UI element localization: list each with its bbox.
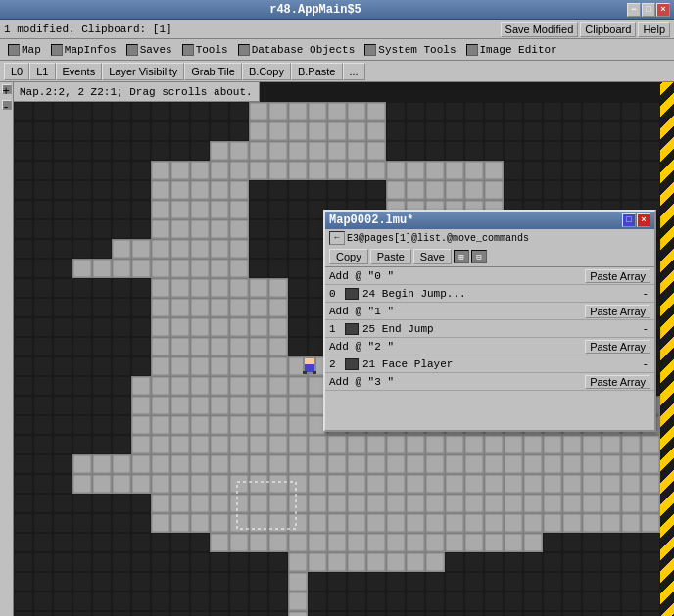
- tools-menu-icon: [182, 44, 194, 56]
- map-menu-icon: [8, 44, 20, 56]
- saves-menu-icon: [126, 44, 138, 56]
- paste-array-btn-1[interactable]: Paste Array: [585, 305, 650, 318]
- copy-button[interactable]: Copy: [329, 249, 368, 264]
- help-button[interactable]: Help: [638, 22, 670, 37]
- layer0-button[interactable]: L0: [4, 63, 29, 80]
- more-button[interactable]: ...: [343, 63, 365, 80]
- data-row-0: 0 24 Begin Jump... -: [325, 285, 654, 303]
- svg-rect-10: [72, 102, 151, 141]
- database-objects-menu-icon: [238, 44, 250, 56]
- add-label-1: Add @ "1 ": [329, 306, 585, 317]
- dialog-path-bar: ← E3@pages[1]@list.@move_commands: [325, 229, 654, 247]
- svg-rect-33: [151, 219, 210, 278]
- menu-system-tools[interactable]: System Tools: [361, 43, 459, 57]
- paste-button[interactable]: Paste: [370, 249, 411, 264]
- app-title: r48.AppMain$5: [4, 3, 627, 17]
- svg-rect-16: [72, 278, 151, 376]
- data-row-2: 2 21 Face Player -: [325, 355, 654, 373]
- row-label-0: 24 Begin Jump...: [361, 288, 640, 300]
- menu-image-editor[interactable]: Image Editor: [462, 43, 561, 57]
- row-color-1: [345, 323, 359, 335]
- add-row-1: Add @ "1 " Paste Array: [325, 303, 654, 320]
- row-dash-0: -: [640, 288, 650, 300]
- image-editor-menu-icon: [466, 44, 478, 56]
- paste-array-btn-3[interactable]: Paste Array: [585, 375, 650, 389]
- svg-rect-22: [14, 454, 72, 616]
- grid-icon[interactable]: ⊞: [454, 250, 469, 263]
- row-index-0: 0: [329, 288, 345, 300]
- row-label-1: 25 End Jump: [361, 323, 640, 335]
- toolbar: L0 L1 Events Layer Visibility Grab Tile …: [0, 61, 674, 82]
- menu-map[interactable]: Map: [4, 43, 45, 57]
- grab-tile-button[interactable]: Grab Tile: [184, 63, 242, 80]
- svg-rect-24: [112, 533, 210, 616]
- dialog-window: Map0002.lmu* □ × ← E3@pages[1]@list.@mov…: [323, 210, 656, 432]
- settings-icon[interactable]: ⊟: [471, 250, 487, 263]
- menu-database-objects[interactable]: Database Objects: [234, 43, 360, 57]
- dialog-path-text: E3@pages[1]@list.@move_commands: [347, 233, 529, 244]
- save-modified-button[interactable]: Save Modified: [501, 22, 579, 37]
- svg-rect-18: [386, 102, 660, 161]
- menu-tools[interactable]: Tools: [178, 43, 232, 57]
- dialog-bottom-space: [325, 391, 654, 430]
- mapinfos-menu-icon: [51, 44, 63, 56]
- status-text: 1 modified. Clipboard: [1]: [4, 24, 172, 35]
- row-color-2: [345, 358, 359, 370]
- svg-rect-35: [305, 358, 314, 364]
- events-button[interactable]: Events: [56, 63, 103, 80]
- svg-rect-32: [151, 161, 249, 219]
- menu-saves[interactable]: Saves: [122, 43, 176, 57]
- add-row-2: Add @ "2 " Paste Array: [325, 338, 654, 355]
- row-index-2: 2: [329, 358, 345, 370]
- svg-rect-27: [445, 552, 543, 616]
- dialog-title-text: Map0002.lmu*: [329, 213, 622, 227]
- minimize-button[interactable]: −: [627, 3, 641, 17]
- menu-mapinfos[interactable]: MapInfos: [47, 43, 120, 57]
- paste-array-btn-0[interactable]: Paste Array: [585, 269, 650, 283]
- coord-bar: Map.2:2, 2 Z2:1; Drag scrolls about.: [14, 82, 260, 102]
- system-tools-menu-icon: [364, 44, 376, 56]
- title-bar: r48.AppMain$5 − □ ×: [0, 0, 674, 20]
- close-button[interactable]: ×: [656, 3, 670, 17]
- bpaste-button[interactable]: B.Paste: [291, 63, 343, 80]
- left-panel: + -: [0, 82, 14, 616]
- coord-text: Map.2:2, 2 Z2:1; Drag scrolls about.: [20, 86, 253, 98]
- row-color-0: [345, 288, 359, 300]
- maximize-button[interactable]: □: [642, 3, 655, 17]
- clipboard-button[interactable]: Clipboard: [580, 22, 636, 37]
- dialog-toolbar: Copy Paste Save ⊞ ⊟: [325, 247, 654, 267]
- paste-array-btn-2[interactable]: Paste Array: [585, 340, 650, 354]
- dialog-save-button[interactable]: Save: [413, 249, 452, 264]
- dialog-close-button[interactable]: ×: [637, 213, 650, 227]
- svg-rect-36: [305, 364, 314, 372]
- bcopy-button[interactable]: B.Copy: [242, 63, 291, 80]
- left-tool-icon2[interactable]: -: [2, 100, 12, 110]
- svg-rect-38: [313, 371, 316, 374]
- data-row-1: 1 25 End Jump -: [325, 320, 654, 338]
- layer1-button[interactable]: L1: [29, 63, 55, 80]
- layer-visibility-button[interactable]: Layer Visibility: [102, 63, 184, 80]
- dialog-minimize-button[interactable]: □: [622, 213, 636, 227]
- add-row-3: Add @ "3 " Paste Array: [325, 373, 654, 391]
- svg-rect-13: [210, 102, 249, 141]
- dialog-title-bar[interactable]: Map0002.lmu* □ ×: [325, 212, 654, 229]
- svg-rect-11: [72, 161, 112, 259]
- add-label-3: Add @ "3 ": [329, 376, 585, 388]
- menu-bar: Map MapInfos Saves Tools Database Object…: [0, 39, 674, 61]
- right-border: [660, 82, 674, 616]
- svg-rect-37: [303, 371, 307, 374]
- add-label-0: Add @ "0 ": [329, 270, 585, 282]
- row-dash-1: -: [640, 323, 650, 335]
- row-index-1: 1: [329, 323, 345, 335]
- add-row-0: Add @ "0 " Paste Array: [325, 267, 654, 285]
- row-dash-2: -: [640, 358, 650, 370]
- path-icon: ←: [329, 231, 345, 245]
- map-area: + - Map.2:2, 2 Z2:1; Drag scrolls about.: [0, 82, 674, 616]
- svg-rect-25: [210, 552, 288, 616]
- row-label-2: 21 Face Player: [361, 358, 640, 370]
- left-tool-icon[interactable]: +: [2, 84, 12, 94]
- svg-rect-26: [308, 572, 445, 616]
- svg-rect-28: [543, 533, 660, 616]
- add-label-2: Add @ "2 ": [329, 341, 585, 353]
